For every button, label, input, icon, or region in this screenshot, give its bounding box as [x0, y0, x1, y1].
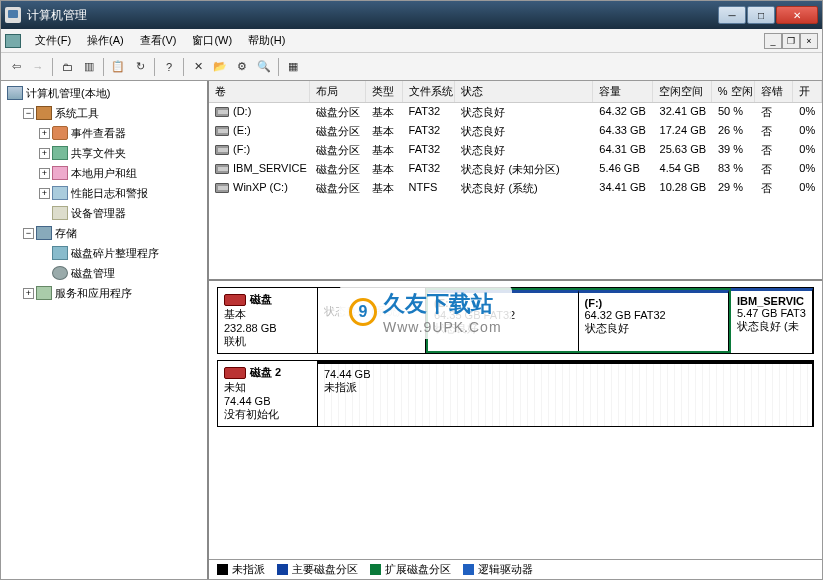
minimize-button[interactable]: ─	[718, 6, 746, 24]
menu-window[interactable]: 窗口(W)	[184, 31, 240, 50]
mdi-minimize[interactable]: _	[764, 33, 782, 49]
col-free[interactable]: 空闲空间	[653, 81, 711, 102]
expand-icon[interactable]: +	[39, 148, 50, 159]
maximize-button[interactable]: □	[747, 6, 775, 24]
disk-icon	[52, 266, 68, 280]
settings-button[interactable]: ⚙	[231, 56, 253, 78]
tree-defrag[interactable]: 磁盘碎片整理程序	[37, 243, 205, 263]
find-button[interactable]: 🔍	[253, 56, 275, 78]
tree-perf-logs-label: 性能日志和警报	[71, 184, 148, 202]
tree-services[interactable]: + 服务和应用程序	[21, 283, 205, 303]
mmc-icon	[5, 34, 21, 48]
disk-icon	[224, 294, 246, 306]
watermark-text: 久友下载站	[383, 289, 502, 319]
col-capacity[interactable]: 容量	[593, 81, 653, 102]
partition-f[interactable]: (F:) 64.32 GB FAT32 状态良好	[579, 290, 730, 351]
disk-size-2: 74.44 GB	[224, 395, 311, 407]
tree-root[interactable]: 计算机管理(本地)	[5, 83, 205, 103]
tree-storage-label: 存储	[55, 224, 77, 242]
tools-icon	[36, 106, 52, 120]
col-fault[interactable]: 容错	[755, 81, 793, 102]
mdi-restore[interactable]: ❐	[782, 33, 800, 49]
volume-row[interactable]: (E:)磁盘分区基本FAT32状态良好64.33 GB17.24 GB26 %否…	[209, 122, 822, 141]
up-button[interactable]: 🗀	[56, 56, 78, 78]
defrag-icon	[52, 246, 68, 260]
partition-unalloc-info: 74.44 GB	[324, 368, 806, 380]
partition-ibm[interactable]: IBM_SERVIC 5.47 GB FAT3 状态良好 (未	[731, 288, 813, 353]
delete-button[interactable]: ✕	[187, 56, 209, 78]
volume-icon	[215, 183, 229, 193]
col-layout[interactable]: 布局	[310, 81, 366, 102]
col-overhead[interactable]: 开	[793, 81, 822, 102]
app-icon	[5, 7, 21, 23]
disk-label-0: 磁盘 基本 232.88 GB 联机	[218, 288, 318, 353]
tree-event-viewer-label: 事件查看器	[71, 124, 126, 142]
legend-unallocated: 未指派	[217, 562, 265, 577]
legend-square-lblue	[463, 564, 474, 575]
expand-icon[interactable]: +	[23, 288, 34, 299]
tree-event-viewer[interactable]: +事件查看器	[37, 123, 205, 143]
volume-row[interactable]: IBM_SERVICE磁盘分区基本FAT32状态良好 (未知分区)5.46 GB…	[209, 160, 822, 179]
col-volume[interactable]: 卷	[209, 81, 310, 102]
menu-view[interactable]: 查看(V)	[132, 31, 185, 50]
close-button[interactable]: ✕	[776, 6, 818, 24]
computer-icon	[7, 86, 23, 100]
content-pane: 卷 布局 类型 文件系统 状态 容量 空闲空间 % 空闲 容错 开 (D:)磁盘…	[209, 81, 822, 579]
list-button[interactable]: ▦	[282, 56, 304, 78]
volume-row[interactable]: WinXP (C:)磁盘分区基本NTFS状态良好 (系统)34.41 GB10.…	[209, 179, 822, 198]
disk-block-0[interactable]: 磁盘 基本 232.88 GB 联机 状态良好 (系统) (E:) 64.35 …	[217, 287, 814, 354]
tree-perf-logs[interactable]: +性能日志和警报	[37, 183, 205, 203]
volume-list[interactable]: 卷 布局 类型 文件系统 状态 容量 空闲空间 % 空闲 容错 开 (D:)磁盘…	[209, 81, 822, 281]
disk-block-2[interactable]: 磁盘 2 未知 74.44 GB 没有初始化 74.44 GB 未指派	[217, 360, 814, 427]
menu-action[interactable]: 操作(A)	[79, 31, 132, 50]
expand-icon[interactable]: +	[39, 188, 50, 199]
disk-parts-2: 74.44 GB 未指派	[318, 361, 813, 426]
tree-system-tools-label: 系统工具	[55, 104, 99, 122]
disk-state-0: 联机	[224, 334, 311, 349]
legend-square-black	[217, 564, 228, 575]
forward-button[interactable]: →	[27, 56, 49, 78]
toolbar: ⇦ → 🗀 ▥ 📋 ↻ ? ✕ 📂 ⚙ 🔍 ▦	[1, 53, 822, 81]
volume-icon	[215, 164, 229, 174]
tree-defrag-label: 磁盘碎片整理程序	[71, 244, 159, 262]
menu-file[interactable]: 文件(F)	[27, 31, 79, 50]
back-button[interactable]: ⇦	[5, 56, 27, 78]
disk-label-2: 磁盘 2 未知 74.44 GB 没有初始化	[218, 361, 318, 426]
tree-disk-mgmt-label: 磁盘管理	[71, 264, 115, 282]
refresh-button[interactable]: ↻	[129, 56, 151, 78]
tree-device-mgr-label: 设备管理器	[71, 204, 126, 222]
tree-shared-folders[interactable]: +共享文件夹	[37, 143, 205, 163]
mdi-close[interactable]: ×	[800, 33, 818, 49]
expand-icon[interactable]: +	[39, 168, 50, 179]
col-pct[interactable]: % 空闲	[712, 81, 756, 102]
properties-button[interactable]: 📋	[107, 56, 129, 78]
help-button[interactable]: ?	[158, 56, 180, 78]
partition-f-status: 状态良好	[585, 321, 723, 336]
collapse-icon[interactable]: −	[23, 108, 34, 119]
tree-storage[interactable]: − 存储	[21, 223, 205, 243]
expand-icon[interactable]: +	[39, 128, 50, 139]
col-fs[interactable]: 文件系统	[403, 81, 456, 102]
show-hide-tree-button[interactable]: ▥	[78, 56, 100, 78]
disk-name-0: 磁盘	[250, 292, 272, 307]
menu-help[interactable]: 帮助(H)	[240, 31, 293, 50]
collapse-icon[interactable]: −	[23, 228, 34, 239]
window-controls: ─ □ ✕	[718, 6, 818, 24]
volume-header: 卷 布局 类型 文件系统 状态 容量 空闲空间 % 空闲 容错 开	[209, 81, 822, 103]
volume-row[interactable]: (F:)磁盘分区基本FAT32状态良好64.31 GB25.63 GB39 %否…	[209, 141, 822, 160]
col-status[interactable]: 状态	[455, 81, 593, 102]
open-button[interactable]: 📂	[209, 56, 231, 78]
disk-map[interactable]: 9 久友下载站 Www.9UPK.Com 磁盘 基本 232.88 GB 联机	[209, 281, 822, 559]
volume-row[interactable]: (D:)磁盘分区基本FAT32状态良好64.32 GB32.41 GB50 %否…	[209, 103, 822, 122]
main-area: 计算机管理(本地) − 系统工具 +事件查看器 +共享文件夹 +本地用户和组	[1, 81, 822, 579]
disk-icon	[224, 367, 246, 379]
tree-pane[interactable]: 计算机管理(本地) − 系统工具 +事件查看器 +共享文件夹 +本地用户和组	[1, 81, 209, 579]
col-type[interactable]: 类型	[366, 81, 402, 102]
tree-local-users[interactable]: +本地用户和组	[37, 163, 205, 183]
partition-unallocated[interactable]: 74.44 GB 未指派	[318, 361, 813, 426]
menubar: 文件(F) 操作(A) 查看(V) 窗口(W) 帮助(H) _ ❐ ×	[1, 29, 822, 53]
tree-services-label: 服务和应用程序	[55, 284, 132, 302]
tree-device-mgr[interactable]: 设备管理器	[37, 203, 205, 223]
tree-disk-mgmt[interactable]: 磁盘管理	[37, 263, 205, 283]
tree-system-tools[interactable]: − 系统工具	[21, 103, 205, 123]
